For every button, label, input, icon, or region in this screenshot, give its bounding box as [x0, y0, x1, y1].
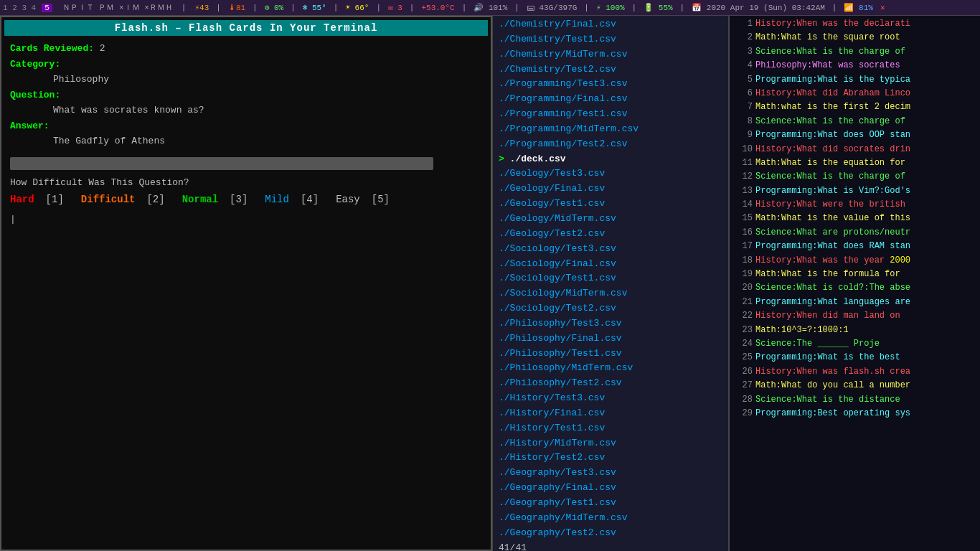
list-item: 3Science:What is the charge of: [732, 45, 977, 59]
cards-reviewed-value: 2: [100, 43, 105, 54]
file-item[interactable]: ./Philosophy/Test2.csv: [493, 376, 728, 391]
list-item: 14History:What were the british: [732, 198, 977, 212]
list-item: 15Math:What is the value of this: [732, 212, 977, 225]
list-item: 4Philosophy:What was socrates: [732, 59, 977, 72]
file-item[interactable]: ./History/Final.csv: [493, 406, 728, 421]
sb-net: 📶 81%: [844, 3, 872, 12]
answer-value-line: The Gadfly of Athens: [10, 134, 482, 149]
easy-label[interactable]: Easy: [336, 194, 360, 205]
list-item: 24Science:The ______ Proje: [732, 337, 977, 351]
flashcard-panel: Flash.sh – Flash Cards In Your Terminal …: [0, 16, 492, 551]
list-item: 9Programming:What does OOP stan: [732, 128, 977, 142]
category-value-line: Philosophy: [10, 72, 482, 87]
sb-temp2: +53.0°C: [421, 4, 454, 12]
file-item[interactable]: ./Geology/Test1.csv: [493, 197, 728, 212]
progress-bar-container: [10, 157, 482, 170]
list-item: 19Math:What is the formula for: [732, 268, 977, 281]
file-item[interactable]: ./Sociology/Test2.csv: [493, 301, 728, 316]
sb-snow: ❄ 55°: [303, 3, 326, 12]
list-item: 2Math:What is the square root: [732, 31, 977, 44]
hard-label[interactable]: Hard: [10, 194, 34, 205]
file-item[interactable]: ./Sociology/Test3.csv: [493, 242, 728, 257]
sb-icons: ＮＰＩＴ ＰＭ ×ＩＭ ×ＲＭＨ: [62, 2, 173, 13]
sb-cpu: ⚙ 0%: [265, 3, 283, 12]
file-item[interactable]: ./Chemistry/Test2.csv: [493, 62, 728, 77]
question-value-line: What was socrates known as?: [10, 103, 482, 118]
file-item[interactable]: ./Geology/MidTerm.csv: [493, 212, 728, 227]
question-value: What was socrates known as?: [53, 105, 204, 116]
file-item[interactable]: ./Programming/Test3.csv: [493, 77, 728, 92]
difficulty-row: Hard [1] Difficult [2] Normal [3] Mild […: [10, 194, 482, 205]
easy-key: [5]: [372, 194, 390, 205]
file-item[interactable]: ./Philosophy/MidTerm.csv: [493, 361, 728, 376]
file-item[interactable]: ./Geology/Test3.csv: [493, 166, 728, 182]
list-item: 16Science:What are protons/neutr: [732, 226, 977, 240]
file-item[interactable]: ./Geology/Test2.csv: [493, 227, 728, 242]
list-item: 1History:When was the declarati: [732, 17, 977, 31]
file-item[interactable]: ./Geography/MidTerm.csv: [493, 511, 728, 526]
question-line: Question:: [10, 88, 482, 103]
list-item: 29Programming:Best operating sys: [732, 407, 977, 420]
difficult-label[interactable]: Difficult: [81, 194, 136, 205]
list-item: 21Programming:What languages are: [732, 296, 977, 309]
file-item[interactable]: ./Chemistry/MidTerm.csv: [493, 47, 728, 62]
cards-reviewed-line: Cards Reviewed: 2: [10, 42, 482, 56]
list-item: 12Science:What is the charge of: [732, 170, 977, 184]
list-item: 13Programming:What is Vim?:God's: [732, 184, 977, 198]
file-item[interactable]: ./Philosophy/Test1.csv: [493, 347, 728, 362]
sb-temp1: 🌡81: [228, 3, 245, 12]
file-item[interactable]: ./Geology/Final.csv: [493, 182, 728, 197]
file-item[interactable]: ./Chemistry/Test1.csv: [493, 32, 728, 47]
cursor-line[interactable]: |: [10, 214, 482, 225]
file-item[interactable]: ./Programming/Test2.csv: [493, 137, 728, 152]
list-item: 25Programming:What is the best: [732, 351, 977, 364]
status-bar: 1 2 3 4 5 ＮＰＩＴ ＰＭ ×ＩＭ ×ＲＭＨ | ⚡43 | 🌡81 |…: [0, 0, 980, 16]
file-item[interactable]: ./Philosophy/Test3.csv: [493, 316, 728, 331]
mild-label[interactable]: Mild: [265, 194, 289, 205]
answer-label: Answer:: [10, 121, 50, 131]
sb-msg: ✉ 3: [388, 3, 402, 12]
workspace-nums: 1 2 3 4: [3, 4, 36, 12]
file-item[interactable]: ./Chemistry/Final.csv: [493, 17, 728, 32]
file-item[interactable]: ./Geography/Final.csv: [493, 481, 728, 496]
sb-date: 📅 2020 Apr 19 (Sun) 03:42AM: [692, 3, 825, 12]
file-item[interactable]: ./History/Test2.csv: [493, 451, 728, 466]
list-item: 6History:What did Abraham Linco: [732, 87, 977, 100]
sb-battery-icon: ⚡43: [194, 3, 209, 12]
sb-lightning: ⚡ 100%: [596, 3, 625, 12]
file-item[interactable]: ./Philosophy/Final.csv: [493, 331, 728, 347]
file-item-selected[interactable]: ./deck.csv: [493, 152, 728, 167]
normal-key: [3]: [230, 194, 248, 205]
list-item: 20Science:What is cold?:The abse: [732, 281, 977, 295]
question-label: Question:: [10, 90, 60, 100]
right-list-panel: 1History:When was the declarati 2Math:Wh…: [729, 16, 980, 551]
normal-label[interactable]: Normal: [182, 194, 218, 205]
category-line: Category:: [10, 57, 482, 72]
file-item[interactable]: ./Programming/MidTerm.csv: [493, 122, 728, 137]
file-item[interactable]: ./History/MidTerm.csv: [493, 436, 728, 451]
file-item[interactable]: ./Sociology/MidTerm.csv: [493, 286, 728, 301]
list-item: 18History:What was the year 2000: [732, 254, 977, 268]
list-item: 22History:When did man land on: [732, 309, 977, 323]
answer-value: The Gadfly of Athens: [53, 136, 165, 146]
file-item[interactable]: ./History/Test1.csv: [493, 421, 728, 436]
file-item[interactable]: ./Programming/Final.csv: [493, 92, 728, 107]
file-item[interactable]: ./Programming/Test1.csv: [493, 107, 728, 122]
file-item[interactable]: ./Geography/Test3.csv: [493, 466, 728, 481]
file-item[interactable]: ./Geography/Test1.csv: [493, 496, 728, 511]
category-label: Category:: [10, 59, 60, 70]
list-item: 26History:When was flash.sh crea: [732, 365, 977, 379]
main-area: Flash.sh – Flash Cards In Your Terminal …: [0, 16, 980, 551]
list-item: 5Programming:What is the typica: [732, 73, 977, 87]
hard-key: [1]: [46, 194, 64, 205]
file-item[interactable]: ./Sociology/Final.csv: [493, 257, 728, 272]
sb-vol: 🔊 101%: [473, 3, 507, 12]
progress-bar: [10, 157, 433, 170]
sb-disk: 🖴 43G/397G: [527, 3, 577, 12]
cards-reviewed-label: Cards Reviewed:: [10, 43, 94, 54]
file-item[interactable]: ./Geography/Test2.csv: [493, 526, 728, 541]
file-item[interactable]: ./Sociology/Test1.csv: [493, 271, 728, 286]
list-item: 11Math:What is the equation for: [732, 156, 977, 170]
file-item[interactable]: ./History/Test3.csv: [493, 391, 728, 406]
list-item: 8Science:What is the charge of: [732, 115, 977, 128]
